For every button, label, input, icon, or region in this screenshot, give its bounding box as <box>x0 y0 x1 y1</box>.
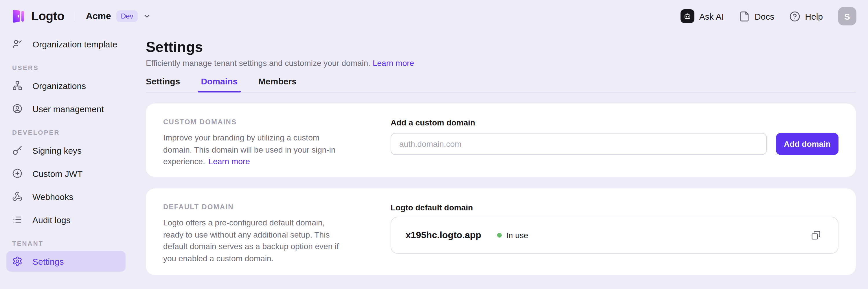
custom-domains-form: Add a custom domain Add domain <box>391 118 838 162</box>
tab-bar: Settings Domains Members <box>146 76 856 93</box>
sidebar-section-users: USERS <box>0 64 132 72</box>
add-custom-domain-row: Add domain <box>391 133 838 155</box>
ask-ai-robot-icon <box>681 9 695 23</box>
topbar-divider <box>75 11 75 21</box>
default-domain-card: DEFAULT DOMAIN Logto offers a pre-config… <box>146 188 856 275</box>
sidebar-item-label: Audit logs <box>32 215 71 224</box>
main-content: Settings Efficiently manage tenant setti… <box>132 32 868 289</box>
sidebar-item-user-management[interactable]: User management <box>6 98 126 119</box>
sidebar-item-webhooks[interactable]: Webhooks <box>6 186 126 207</box>
sidebar-item-label: Custom JWT <box>32 169 83 178</box>
add-custom-domain-label: Add a custom domain <box>391 118 838 127</box>
custom-domains-info: CUSTOM DOMAINS Improve your branding by … <box>163 118 344 162</box>
domain-status: In use <box>497 230 528 240</box>
logs-icon <box>12 214 23 225</box>
brand-name: Logto <box>31 9 64 23</box>
custom-domains-learn-more-link[interactable]: Learn more <box>209 157 250 166</box>
chevron-down-icon <box>143 12 151 20</box>
docs-button[interactable]: Docs <box>739 11 774 22</box>
default-domain-description: Logto offers a pre-configured default do… <box>163 217 344 264</box>
sidebar-item-signing-keys[interactable]: Signing keys <box>6 140 126 161</box>
default-domain-section-label: DEFAULT DOMAIN <box>163 203 344 211</box>
frame: Organization template USERS Organization… <box>0 32 868 289</box>
user-check-icon <box>12 39 23 49</box>
sidebar-item-settings[interactable]: Settings <box>6 251 126 272</box>
help-circle-icon <box>789 11 800 22</box>
logto-default-domain-label: Logto default domain <box>391 203 838 212</box>
default-domain-form: Logto default domain x195hc.logto.app In… <box>391 203 838 261</box>
page-subtitle-text: Efficiently manage tenant settings and c… <box>146 59 370 68</box>
default-domain-box: x195hc.logto.app In use <box>391 217 838 254</box>
sidebar-section-tenant: TENANT <box>0 239 132 247</box>
sidebar-item-label: Webhooks <box>32 192 73 202</box>
help-button[interactable]: Help <box>789 11 823 22</box>
document-icon <box>739 11 750 22</box>
sidebar-item-custom-jwt[interactable]: Custom JWT <box>6 163 126 184</box>
sidebar-section-developer: DEVELOPER <box>0 128 132 136</box>
status-label: In use <box>506 230 528 240</box>
page-title: Settings <box>146 38 856 56</box>
sidebar-item-label: Signing keys <box>32 145 82 155</box>
user-circle-icon <box>12 104 23 114</box>
sidebar-item-label: Settings <box>32 256 64 266</box>
logto-logo-icon <box>10 8 26 24</box>
sidebar-item-organizations[interactable]: Organizations <box>6 75 126 96</box>
default-domain-value: x195hc.logto.app <box>406 230 481 241</box>
status-dot <box>497 233 501 238</box>
topbar-actions: Ask AI Docs Help S <box>681 7 857 26</box>
tab-domains[interactable]: Domains <box>201 76 238 92</box>
logto-console: Logto Acme Dev Ask AI <box>0 0 868 289</box>
sidebar-item-audit-logs[interactable]: Audit logs <box>6 209 126 230</box>
sidebar-item-label: User management <box>32 104 104 114</box>
gear-icon <box>12 256 23 266</box>
custom-domains-card: CUSTOM DOMAINS Improve your branding by … <box>146 104 856 177</box>
sidebar-item-organization-template[interactable]: Organization template <box>6 34 126 54</box>
custom-domains-section-label: CUSTOM DOMAINS <box>163 118 344 126</box>
default-domain-info: DEFAULT DOMAIN Logto offers a pre-config… <box>163 203 344 261</box>
page-subtitle: Efficiently manage tenant settings and c… <box>146 57 856 69</box>
ask-ai-button[interactable]: Ask AI <box>681 9 724 23</box>
tab-members[interactable]: Members <box>258 76 297 92</box>
copy-icon <box>811 230 820 240</box>
tenant-selector[interactable]: Acme Dev <box>86 10 151 22</box>
custom-domain-input[interactable] <box>391 133 767 155</box>
badge-plus-icon <box>12 168 23 179</box>
sidebar: Organization template USERS Organization… <box>0 32 132 289</box>
subtitle-learn-more-link[interactable]: Learn more <box>373 59 414 68</box>
tenant-name: Acme <box>86 11 111 22</box>
sidebar-item-label: Organizations <box>32 81 86 91</box>
add-domain-button[interactable]: Add domain <box>776 133 838 155</box>
sidebar-item-label: Organization template <box>32 39 118 49</box>
webhook-icon <box>12 191 23 202</box>
org-network-icon <box>12 80 23 91</box>
brand[interactable]: Logto <box>10 8 64 24</box>
docs-label: Docs <box>754 11 774 21</box>
help-label: Help <box>805 11 823 21</box>
ask-ai-label: Ask AI <box>699 11 724 21</box>
key-icon <box>12 145 23 155</box>
avatar[interactable]: S <box>838 7 857 26</box>
copy-button[interactable] <box>811 230 820 240</box>
custom-domains-description: Improve your branding by utilizing a cus… <box>163 132 344 167</box>
tab-settings[interactable]: Settings <box>146 76 180 92</box>
topbar: Logto Acme Dev Ask AI <box>0 0 868 32</box>
tenant-env-badge: Dev <box>116 10 138 22</box>
